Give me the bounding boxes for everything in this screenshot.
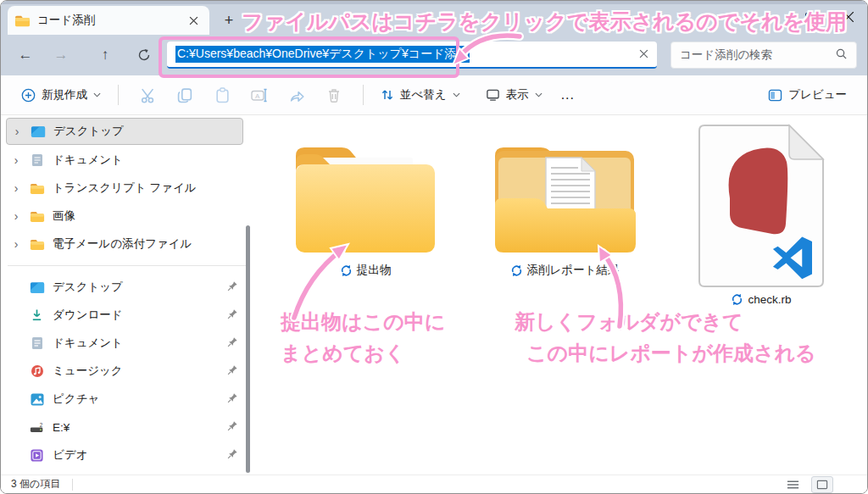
window-controls <box>753 1 867 33</box>
video-icon <box>29 447 45 463</box>
explorer-window: コード添削 + ← → ↑ C:¥Users¥beach¥OneDrive¥デ <box>0 0 868 494</box>
refresh-icon[interactable] <box>130 41 159 69</box>
sidebar-item-label: 画像 <box>53 208 238 224</box>
desktop-icon <box>29 280 45 296</box>
folder-empty-icon <box>291 134 440 258</box>
preview-button[interactable]: プレビュー <box>761 82 854 108</box>
large-icons-view-icon[interactable] <box>811 476 833 493</box>
sidebar-item-documents-tree[interactable]: › ドキュメント <box>6 147 243 173</box>
share-icon[interactable] <box>278 80 315 109</box>
back-icon[interactable]: ← <box>11 41 40 69</box>
file-item-folder-submissions[interactable]: 提出物 <box>287 134 443 278</box>
sidebar-item-email-attachments[interactable]: › 電子メールの添付ファイル <box>6 231 243 257</box>
pin-icon <box>227 364 238 379</box>
address-path-selected[interactable]: C:¥Users¥beach¥OneDrive¥デスクトップ¥コード添削 <box>175 46 470 63</box>
svg-text:2: 2 <box>39 421 42 427</box>
chevron-right-icon[interactable]: › <box>11 153 21 167</box>
chevron-right-icon[interactable]: › <box>11 181 21 195</box>
clear-address-icon[interactable] <box>639 47 648 62</box>
search-input[interactable]: コード添削の検索 <box>670 42 857 69</box>
tab-close-icon[interactable] <box>184 11 203 30</box>
sidebar-item-label: デスクトップ <box>53 124 237 139</box>
command-bar: 新規作成 A 並べ替え 表示 <box>1 75 867 115</box>
file-label: 添削レポート結果 <box>510 263 620 278</box>
rename-icon[interactable]: A <box>241 80 278 109</box>
delete-icon[interactable] <box>315 80 353 109</box>
sidebar-item-transcript-files[interactable]: › トランスクリプト ファイル <box>6 175 243 201</box>
up-icon[interactable]: ↑ <box>91 41 120 69</box>
view-icon <box>486 88 500 102</box>
sidebar-item-drive-e[interactable]: 2 E:¥ <box>6 414 243 440</box>
sidebar-item-label: ピクチャ <box>53 391 220 407</box>
new-tab-button[interactable]: + <box>218 9 240 31</box>
cut-icon[interactable] <box>129 80 166 109</box>
forward-icon[interactable]: → <box>47 41 75 69</box>
sidebar-item-label: トランスクリプト ファイル <box>53 180 238 196</box>
search-placeholder: コード添削の検索 <box>680 47 835 63</box>
preview-pane-icon <box>768 89 782 102</box>
chevron-right-icon[interactable]: › <box>11 237 21 251</box>
maximize-button[interactable] <box>791 1 829 33</box>
explorer-body: › デスクトップ › ドキュメント › トランスクリプト ファイル <box>1 115 867 475</box>
sync-icon <box>510 264 523 277</box>
music-icon <box>29 364 45 380</box>
folder-icon <box>14 13 31 29</box>
close-button[interactable] <box>829 1 867 33</box>
sidebar-item-documents-pinned[interactable]: ドキュメント <box>6 330 243 356</box>
file-item-folder-report-results[interactable]: 添削レポート結果 <box>487 134 643 278</box>
chevron-right-icon[interactable]: › <box>12 125 22 138</box>
toolbar-divider <box>363 85 364 105</box>
svg-text:A: A <box>255 92 260 99</box>
chevron-right-icon[interactable]: › <box>11 209 21 223</box>
download-icon <box>29 308 45 324</box>
folder-icon <box>29 208 45 225</box>
sort-arrows-icon <box>381 88 394 102</box>
search-icon <box>835 47 848 64</box>
more-options-button[interactable]: ... <box>549 87 587 103</box>
new-button[interactable]: 新規作成 <box>14 82 108 108</box>
sidebar-item-label: デスクトップ <box>53 280 220 295</box>
sidebar-item-label: E:¥ <box>53 421 220 434</box>
item-count: 3 個の項目 <box>11 477 60 491</box>
preview-button-label: プレビュー <box>788 87 847 103</box>
sidebar-item-images[interactable]: › 画像 <box>6 203 243 229</box>
new-button-label: 新規作成 <box>42 87 87 103</box>
file-label: 提出物 <box>340 263 392 278</box>
address-bar-input[interactable]: C:¥Users¥beach¥OneDrive¥デスクトップ¥コード添削 <box>167 42 657 69</box>
view-button-label: 表示 <box>506 87 529 103</box>
file-name: 提出物 <box>357 263 392 278</box>
view-button[interactable]: 表示 <box>479 82 549 108</box>
pin-icon <box>227 419 238 435</box>
file-name: check.rb <box>748 293 791 306</box>
sidebar-item-pictures[interactable]: ピクチャ <box>6 386 243 412</box>
file-item-check-rb[interactable]: check.rb <box>698 124 825 306</box>
document-icon <box>29 153 45 169</box>
details-view-icon[interactable] <box>782 477 803 492</box>
sort-button[interactable]: 並べ替え <box>374 82 467 108</box>
explorer-tab[interactable]: コード添削 <box>8 6 209 35</box>
status-divider <box>72 479 73 491</box>
chevron-down-icon <box>535 92 542 97</box>
folder-with-documents-icon <box>490 134 639 258</box>
document-icon <box>29 336 45 352</box>
sidebar-item-videos[interactable]: ビデオ <box>6 442 243 468</box>
sidebar-item-desktop-tree[interactable]: › デスクトップ <box>6 118 243 145</box>
chevron-down-icon <box>453 92 460 97</box>
drive-icon: 2 <box>29 419 45 436</box>
pin-icon <box>227 280 238 295</box>
sidebar-scrollbar[interactable] <box>246 225 250 473</box>
sidebar-item-downloads[interactable]: ダウンロード <box>6 303 243 328</box>
folder-icon <box>29 236 45 253</box>
sidebar-item-label: ダウンロード <box>53 308 220 323</box>
toolbar-divider <box>118 85 119 105</box>
sidebar-item-music[interactable]: ミュージック <box>6 358 243 384</box>
paste-icon[interactable] <box>203 80 241 109</box>
copy-icon[interactable] <box>166 80 203 109</box>
sidebar-item-desktop-pinned[interactable]: デスクトップ <box>6 275 243 300</box>
title-bar: コード添削 + <box>1 1 867 35</box>
status-bar: 3 個の項目 <box>1 475 867 493</box>
minimize-button[interactable] <box>753 1 791 33</box>
file-label: check.rb <box>731 293 791 306</box>
ruby-file-icon <box>698 124 825 288</box>
chevron-down-icon <box>93 92 101 97</box>
